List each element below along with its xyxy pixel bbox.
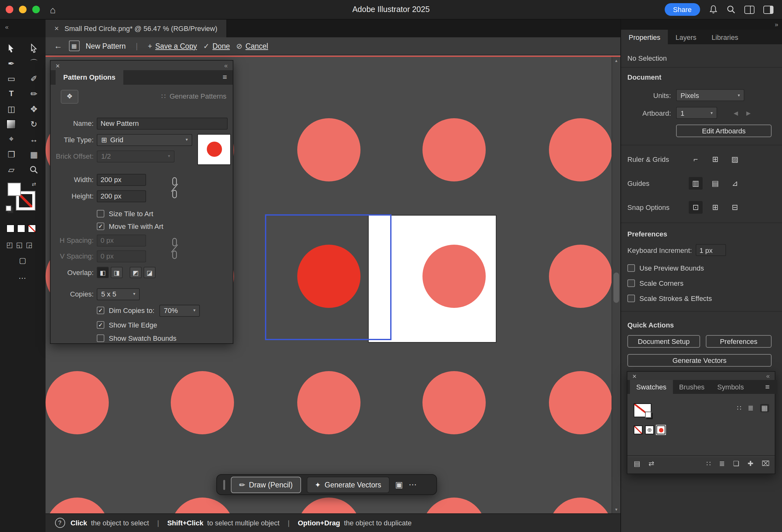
share-button[interactable]: Share [665, 3, 700, 16]
draw-pencil-button[interactable]: ✏ Draw (Pencil) [231, 477, 301, 493]
width-field[interactable] [97, 174, 146, 186]
window-zoom-button[interactable] [32, 6, 40, 13]
window-close-button[interactable] [6, 6, 13, 13]
close-panel-icon[interactable]: × [56, 62, 60, 69]
swap-fill-stroke-icon[interactable]: ⇄ [32, 182, 36, 187]
document-tab[interactable]: × Small Red Circle.png* @ 56.47 % (RGB/P… [45, 19, 227, 37]
new-swatch-icon[interactable]: ✚ [748, 460, 753, 468]
grid-view-icon[interactable]: ▦ [760, 404, 769, 412]
scroll-up-icon[interactable]: ▲ [612, 59, 620, 63]
generate-image-icon[interactable]: ▣ [395, 480, 403, 489]
dim-copies-dropdown[interactable]: 70% ▾ [159, 304, 200, 316]
snap-to-pixel-icon[interactable]: ⊟ [728, 201, 742, 214]
overlap-right-in-front-button[interactable]: ◨ [111, 267, 123, 278]
generate-vectors-button[interactable]: Generate Vectors [627, 354, 772, 367]
checkbox-scale-corners[interactable]: Scale Corners [627, 279, 683, 287]
curvature-tool[interactable]: ⌒ [23, 56, 45, 70]
hand-tool[interactable]: ✥ [23, 102, 45, 116]
rectangle-tool[interactable]: ▭ [0, 71, 23, 85]
checkbox-size-tile-to-art[interactable]: Size Tile to Art [97, 210, 153, 218]
checkbox-show-swatch-bounds[interactable]: Show Swatch Bounds [97, 335, 176, 342]
vertical-scrollbar[interactable]: ▲ ▼ [611, 57, 620, 514]
checkbox-show-tile-edge[interactable]: Show Tile Edge [97, 321, 157, 329]
sync-library-icon[interactable]: ⇄ [648, 460, 654, 468]
symbols-tool[interactable]: ❐ [0, 147, 23, 161]
pattern-tile-tool-button[interactable]: ❖ [61, 89, 78, 103]
next-artboard-icon[interactable]: ▶ [746, 110, 751, 116]
pencil-tool[interactable]: ✏ [23, 87, 45, 101]
paintbrush-tool[interactable]: ✐ [23, 71, 45, 85]
perspective-grid-icon[interactable]: ⊿ [728, 177, 742, 190]
none-button[interactable] [28, 224, 36, 233]
panel-menu-icon[interactable]: ≡ [223, 72, 227, 81]
guides-icon[interactable]: ▥ [689, 177, 703, 190]
ruler-icon[interactable]: ⌐ [689, 153, 703, 166]
generate-patterns-button[interactable]: ∷ Generate Patterns [161, 92, 226, 100]
show-swatch-kinds-icon[interactable]: ∷ [706, 460, 711, 468]
default-fill-stroke-icon[interactable] [6, 205, 11, 211]
pen-tool[interactable]: ✒ [0, 56, 23, 70]
snap-to-grid-icon[interactable]: ⊡ [689, 201, 703, 214]
copies-dropdown[interactable]: 5 x 5 ▾ [97, 288, 140, 300]
units-dropdown[interactable]: Pixels ▾ [676, 89, 744, 101]
new-pattern-swatch[interactable] [656, 425, 665, 434]
done-link[interactable]: ✓ Done [203, 41, 230, 50]
overlap-bottom-in-front-button[interactable]: ◪ [144, 267, 155, 278]
collapse-panel-icon[interactable]: « [766, 372, 770, 379]
registration-swatch[interactable]: ⊕ [645, 425, 654, 434]
rotate-tool[interactable]: ↻ [23, 117, 45, 131]
tile-type-dropdown[interactable]: ⊞ Grid ▾ [97, 134, 192, 146]
gradient-tool[interactable] [0, 117, 23, 131]
tab-swatches[interactable]: Swatches [630, 380, 673, 394]
zoom-tool[interactable] [23, 162, 45, 177]
screen-mode-icon[interactable]: ▢ [0, 256, 45, 265]
cancel-link[interactable]: ⊘ Cancel [236, 41, 268, 50]
direct-selection-tool[interactable] [23, 41, 45, 55]
pattern-tile-edge[interactable] [265, 214, 391, 340]
overlap-left-in-front-button[interactable]: ◧ [97, 267, 109, 278]
color-button[interactable] [6, 224, 14, 233]
edit-toolbar-icon[interactable]: ⋯ [0, 274, 45, 282]
keyboard-increment-field[interactable] [696, 244, 726, 256]
smart-guides-icon[interactable]: ▤ [708, 177, 722, 190]
list-view-icon[interactable]: ≣ [748, 404, 753, 412]
workspace-layout-icon[interactable] [744, 5, 754, 13]
draw-inside-icon[interactable]: ◲ [26, 241, 33, 249]
fill-stroke-control[interactable]: ⇄ [8, 183, 34, 209]
eyedropper-tool[interactable]: ⌖ [0, 132, 23, 146]
grid-icon[interactable]: ⊞ [708, 153, 722, 166]
link-dimensions-icon[interactable] [171, 175, 178, 201]
exit-pattern-mode-icon[interactable]: ← [54, 41, 62, 50]
home-icon[interactable]: ⌂ [50, 4, 56, 15]
tab-layers[interactable]: Layers [668, 30, 704, 44]
delete-swatch-icon[interactable]: ⌧ [762, 460, 770, 468]
collapse-tools-icon[interactable]: « [5, 24, 8, 30]
collapse-panel-icon[interactable]: « [224, 62, 228, 69]
checkbox-use-preview-bounds[interactable]: Use Preview Bounds [627, 264, 704, 272]
fill-swatch[interactable] [8, 183, 21, 196]
drag-handle[interactable] [223, 480, 225, 490]
pattern-name-field[interactable] [97, 117, 228, 129]
close-tab-icon[interactable]: × [55, 24, 59, 33]
tab-libraries[interactable]: Libraries [704, 30, 746, 44]
height-field[interactable] [97, 190, 146, 202]
checkbox-scale-strokes-effects[interactable]: Scale Strokes & Effects [627, 295, 712, 302]
transparency-grid-icon[interactable]: ▨ [728, 153, 742, 166]
panel-toggle-icon[interactable] [763, 5, 773, 13]
tab-symbols[interactable]: Symbols [711, 380, 750, 394]
tab-brushes[interactable]: Brushes [673, 380, 711, 394]
overlap-top-in-front-button[interactable]: ◩ [130, 267, 142, 278]
shape-builder-tool[interactable]: ▱ [0, 162, 23, 177]
artboard-dropdown[interactable]: 1 ▾ [676, 107, 717, 119]
swatch-options-icon[interactable]: ≣ [719, 460, 725, 468]
scrollbar-thumb[interactable] [613, 272, 619, 303]
swatch-kinds-icon[interactable]: ∷ [737, 404, 742, 412]
selection-tool[interactable] [0, 41, 23, 55]
checkbox-move-tile-with-art[interactable]: Move Tile with Art [97, 223, 163, 230]
scroll-down-icon[interactable]: ▼ [612, 508, 620, 511]
eraser-tool[interactable]: ◫ [0, 102, 23, 116]
new-color-group-icon[interactable]: ❏ [733, 460, 739, 468]
checkbox-dim-copies[interactable]: Dim Copies to: [97, 307, 154, 314]
save-a-copy-link[interactable]: + Save a Copy [148, 42, 197, 50]
document-setup-button[interactable]: Document Setup [627, 335, 700, 348]
